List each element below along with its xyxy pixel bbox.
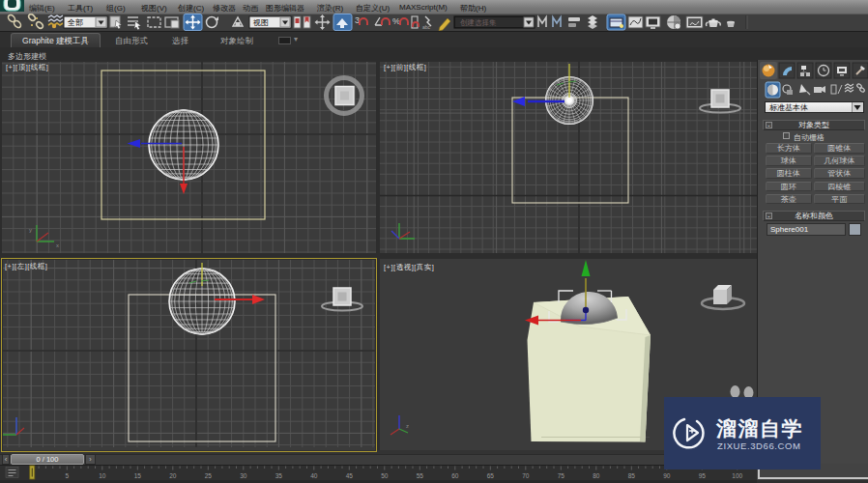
svg-text:95: 95 [699,472,707,479]
svg-text:45: 45 [346,472,354,479]
svg-text:5: 5 [65,472,69,479]
svg-text:75: 75 [558,472,565,479]
svg-text:y: y [29,227,32,233]
svg-text:25: 25 [205,472,213,479]
svg-text:50: 50 [381,472,389,479]
svg-text:z: z [406,423,409,429]
svg-text:90: 90 [663,472,671,479]
svg-text:85: 85 [628,472,636,479]
svg-text:70: 70 [522,472,530,479]
svg-text:100: 100 [732,472,742,479]
svg-text:60: 60 [451,472,459,479]
svg-text:80: 80 [593,472,600,479]
svg-text:15: 15 [134,472,142,479]
svg-text:40: 40 [310,472,318,479]
svg-text:55: 55 [417,472,424,479]
svg-text:35: 35 [275,472,283,479]
svg-text:30: 30 [240,472,247,479]
svg-text:10: 10 [99,472,106,479]
svg-text:20: 20 [169,472,177,479]
svg-text:x: x [56,242,59,248]
svg-text:65: 65 [487,472,495,479]
